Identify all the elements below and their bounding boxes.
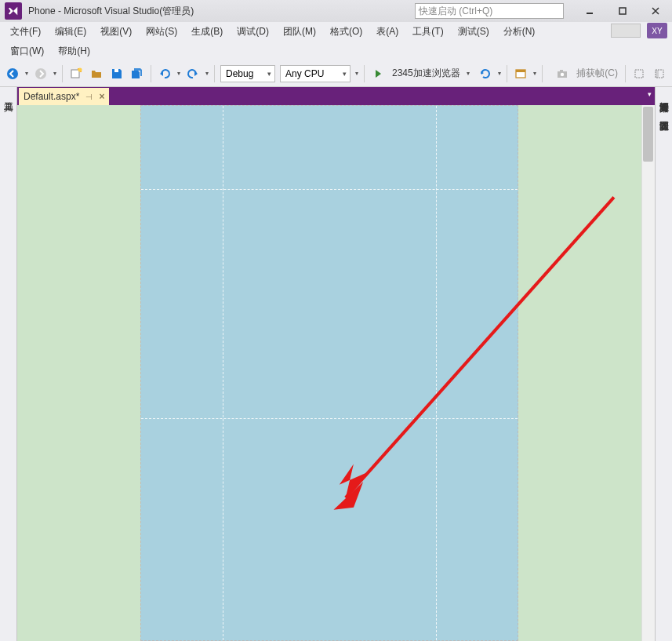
platform-extra-dropdown[interactable]: ▾: [354, 64, 360, 83]
capture-frame-icon[interactable]: [553, 64, 572, 83]
separator: [625, 65, 626, 82]
page-body-table[interactable]: [140, 105, 518, 641]
menu-bar: 文件(F) 编辑(E) 视图(V) 网站(S) 生成(B) 调试(D) 团队(M…: [0, 22, 672, 42]
menu-window[interactable]: 窗口(W): [3, 42, 51, 61]
svg-rect-8: [516, 70, 525, 72]
menu-edit[interactable]: 编辑(E): [48, 22, 93, 42]
save-all-button[interactable]: [128, 64, 147, 83]
save-button[interactable]: [107, 64, 126, 83]
close-tab-icon[interactable]: ×: [99, 91, 104, 102]
separator: [62, 65, 63, 82]
svg-point-5: [78, 67, 82, 71]
design-canvas[interactable]: [17, 105, 641, 641]
menu-format[interactable]: 格式(O): [323, 22, 369, 42]
nav-forward-dropdown[interactable]: ▾: [52, 64, 58, 83]
vs-logo-icon: [5, 2, 22, 20]
menu-bar-2: 窗口(W) 帮助(H): [0, 42, 672, 60]
browser-refresh-dropdown[interactable]: ▾: [496, 64, 503, 83]
undo-dropdown[interactable]: ▾: [176, 64, 182, 83]
svg-rect-6: [114, 69, 118, 72]
quick-launch-input[interactable]: 快速启动 (Ctrl+Q): [415, 3, 564, 19]
menu-test[interactable]: 测试(S): [451, 22, 496, 42]
right-rail: 解决方案资源管理器 团队资源管理器: [655, 87, 672, 641]
document-host: Default.aspx* ⊣ × ▾: [17, 87, 655, 641]
redo-dropdown[interactable]: ▾: [204, 64, 210, 83]
separator: [507, 65, 507, 82]
grid-line: [223, 106, 223, 640]
run-target-dropdown[interactable]: ▾: [465, 64, 471, 83]
solution-explorer-tab[interactable]: 解决方案资源管理器: [656, 90, 672, 100]
svg-rect-4: [71, 70, 79, 78]
platform-combo[interactable]: Any CPU: [280, 65, 351, 82]
configuration-combo[interactable]: Debug: [220, 65, 275, 82]
scrollbar-thumb[interactable]: [643, 107, 653, 162]
sign-in-button[interactable]: [611, 24, 641, 38]
dock-option-1-button[interactable]: [630, 64, 648, 83]
menu-build[interactable]: 生成(B): [184, 22, 230, 42]
workspace: 工具箱 Default.aspx* ⊣ × ▾: [0, 87, 672, 641]
browser-refresh-button[interactable]: [476, 64, 495, 83]
svg-rect-12: [635, 70, 643, 78]
play-icon: [376, 70, 381, 78]
team-explorer-tab[interactable]: 团队资源管理器: [656, 109, 672, 118]
run-target-label[interactable]: 2345加速浏览器: [389, 67, 463, 80]
menu-view[interactable]: 视图(V): [93, 22, 139, 42]
svg-rect-11: [560, 70, 563, 72]
toolbox-tab[interactable]: 工具箱: [0, 90, 16, 100]
browser-link-button[interactable]: [511, 64, 530, 83]
menu-debug[interactable]: 调试(D): [230, 22, 276, 42]
pin-icon[interactable]: ⊣: [85, 93, 93, 101]
dock-option-2-button[interactable]: [650, 64, 669, 83]
browser-link-dropdown[interactable]: ▾: [532, 64, 538, 83]
window-title: Phone - Microsoft Visual Studio(管理员): [28, 5, 194, 18]
menu-help[interactable]: 帮助(H): [51, 42, 97, 61]
tab-overflow-button[interactable]: ▾: [648, 90, 652, 98]
vertical-scrollbar[interactable]: [641, 105, 655, 641]
document-tab[interactable]: Default.aspx* ⊣ ×: [19, 88, 109, 105]
left-rail: 工具箱: [0, 87, 17, 641]
nav-back-dropdown[interactable]: ▾: [24, 64, 30, 83]
grid-line: [436, 106, 437, 640]
menu-analyze[interactable]: 分析(N): [496, 22, 543, 42]
svg-point-2: [7, 68, 18, 79]
separator: [364, 65, 365, 82]
toolbar: ▾ ▾ ▾ ▾ Debug Any CPU ▾ 2345加速浏览器 ▾ ▾ ▾: [0, 60, 672, 87]
menu-website[interactable]: 网站(S): [139, 22, 184, 42]
menu-team[interactable]: 团队(M): [276, 22, 323, 42]
designer-viewport: [17, 105, 655, 641]
separator: [214, 65, 215, 82]
menu-table[interactable]: 表(A): [369, 22, 405, 42]
tab-strip: Default.aspx* ⊣ × ▾: [17, 87, 655, 105]
start-debug-button[interactable]: [369, 64, 387, 83]
nav-forward-button[interactable]: [31, 64, 50, 83]
user-badge[interactable]: XY: [647, 23, 667, 38]
menu-file[interactable]: 文件(F): [3, 22, 48, 42]
separator: [542, 65, 543, 82]
nav-back-button[interactable]: [3, 64, 22, 83]
maximize-button[interactable]: [611, 3, 634, 19]
new-project-button[interactable]: [67, 64, 85, 83]
document-tab-title: Default.aspx*: [24, 91, 79, 102]
grid-line: [141, 189, 518, 190]
minimize-button[interactable]: [578, 3, 601, 19]
title-bar: Phone - Microsoft Visual Studio(管理员) 快速启…: [0, 0, 672, 22]
svg-rect-1: [619, 8, 626, 14]
separator: [151, 65, 151, 82]
svg-rect-14: [656, 70, 659, 78]
close-button[interactable]: [644, 3, 667, 19]
svg-rect-0: [587, 13, 593, 14]
svg-point-3: [35, 68, 46, 79]
capture-frame-label[interactable]: 捕获帧(C): [573, 67, 621, 80]
menu-tools[interactable]: 工具(T): [405, 22, 450, 42]
svg-point-10: [561, 72, 564, 75]
grid-line: [141, 418, 518, 419]
redo-button[interactable]: [183, 64, 202, 83]
open-button[interactable]: [87, 64, 106, 83]
undo-button[interactable]: [155, 64, 174, 83]
